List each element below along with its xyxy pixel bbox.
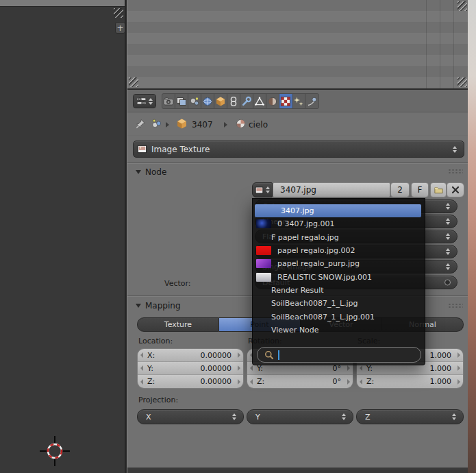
- location-label: Location:: [138, 337, 173, 345]
- users-count-button[interactable]: 2: [390, 182, 410, 197]
- grid-line: [426, 0, 427, 88]
- location-x-field[interactable]: X:0.00000: [138, 349, 243, 362]
- separator: [127, 162, 468, 164]
- resize-grip[interactable]: [458, 1, 467, 11]
- image-thumbnail: [256, 273, 271, 282]
- pin-icon[interactable]: [135, 118, 147, 130]
- projection-label: Projection:: [138, 396, 178, 404]
- unlink-image-button[interactable]: [447, 182, 464, 197]
- node-panel-header[interactable]: Node: [136, 167, 166, 178]
- segment-texture[interactable]: Texture: [137, 317, 219, 332]
- render-icon: [163, 96, 174, 107]
- tab-render[interactable]: [162, 94, 175, 108]
- list-item[interactable]: 0 3407.jpg.001: [255, 217, 421, 230]
- channels-editor[interactable]: [127, 0, 468, 90]
- projection-z-select[interactable]: Z: [356, 409, 464, 424]
- properties-editor-icon: [136, 96, 147, 106]
- list-item[interactable]: Render Result: [255, 284, 421, 297]
- tab-modifiers[interactable]: [240, 94, 253, 108]
- projection-x-select[interactable]: X: [137, 409, 244, 424]
- projection-y-select[interactable]: Y: [247, 409, 353, 424]
- select-arrows-icon: [446, 248, 450, 255]
- vector-label: Vector:: [164, 279, 191, 288]
- texture-sphere-icon: [235, 118, 247, 130]
- tab-object-data[interactable]: [253, 94, 266, 108]
- collapse-triangle-icon: [136, 170, 141, 174]
- list-item-selected[interactable]: 3407.jpg: [255, 204, 421, 217]
- image-name-field[interactable]: 3407.jpg: [273, 182, 390, 197]
- list-item[interactable]: SoilBeach0087_1_L.jpg: [255, 297, 421, 310]
- breadcrumb-arrow-icon: [224, 122, 227, 128]
- separator: [127, 136, 468, 137]
- modifiers-wrench-icon: [241, 96, 252, 107]
- mapping-panel-header[interactable]: Mapping: [136, 300, 181, 311]
- resize-grip[interactable]: [129, 77, 138, 87]
- location-fields: X:0.00000 Y:0.00000 Z:0.00000: [137, 348, 244, 389]
- tab-scene[interactable]: [188, 94, 201, 108]
- editor-bottom-strip: [127, 468, 468, 473]
- list-item[interactable]: F papel regalo.jpg: [255, 231, 421, 244]
- panel-drag-grip[interactable]: [448, 303, 463, 308]
- list-item[interactable]: papel regalo_purp.jpg: [255, 257, 421, 270]
- node-socket-icon: [444, 280, 451, 286]
- editor-type-arrows: [149, 98, 153, 105]
- resize-grip[interactable]: [114, 8, 123, 18]
- expand-region-button[interactable]: +: [115, 22, 125, 34]
- node-tree-icon: [151, 118, 162, 130]
- select-arrows-icon: [342, 413, 346, 420]
- object-cube-icon: [176, 118, 188, 130]
- list-item[interactable]: SoilBeach0087_1_L.jpg.001: [255, 310, 421, 323]
- breadcrumb-object-name: 3407: [192, 120, 213, 130]
- location-y-field[interactable]: Y:0.00000: [138, 362, 243, 375]
- select-arrows-icon: [446, 203, 450, 210]
- image-select-popup: 3407.jpg 0 3407.jpg.001 F papel regalo.j…: [252, 198, 425, 365]
- viewport-editor[interactable]: +: [0, 0, 125, 473]
- tab-material[interactable]: [266, 94, 279, 108]
- projection-x-value: X: [146, 413, 151, 422]
- open-image-button[interactable]: [430, 182, 447, 197]
- image-thumbnail: [256, 246, 271, 255]
- text-cursor: [278, 350, 279, 360]
- editor-type-button[interactable]: [133, 94, 156, 108]
- fake-user-button[interactable]: F: [411, 182, 429, 197]
- world-icon: [202, 96, 213, 107]
- grid-line: [453, 0, 454, 88]
- blender-window: +: [0, 0, 476, 473]
- breadcrumb: 3407 cielo: [127, 114, 468, 135]
- viewport-header-strip: [0, 0, 125, 7]
- location-z-field[interactable]: Z:0.00000: [138, 375, 243, 388]
- image-list: 3407.jpg 0 3407.jpg.001 F papel regalo.j…: [253, 204, 425, 337]
- resize-grip[interactable]: [458, 77, 467, 87]
- particles-icon: [293, 96, 304, 107]
- texture-type-select[interactable]: Image Texture: [133, 141, 464, 158]
- tab-constraints[interactable]: [227, 94, 240, 108]
- background-image-strip: [468, 0, 476, 473]
- collapse-triangle-icon: [136, 304, 141, 308]
- panel-drag-grip[interactable]: [448, 169, 463, 174]
- rotation-z-field[interactable]: Z:0°: [247, 375, 353, 388]
- breadcrumb-arrow-icon: [166, 122, 169, 128]
- select-arrows-icon: [452, 413, 456, 420]
- search-input[interactable]: [257, 347, 421, 363]
- render-layers-icon: [176, 96, 187, 107]
- properties-tabs: [162, 93, 319, 109]
- tab-render-layers[interactable]: [175, 94, 188, 108]
- tab-particles[interactable]: [292, 94, 305, 108]
- image-browse-button[interactable]: [252, 182, 273, 197]
- select-arrows-icon: [446, 263, 450, 270]
- material-icon: [267, 96, 278, 107]
- select-arrows-icon: [232, 413, 236, 420]
- tab-texture[interactable]: [279, 94, 292, 108]
- tab-world[interactable]: [201, 94, 214, 108]
- object-data-icon: [254, 96, 265, 107]
- image-thumbnail: [256, 219, 271, 228]
- list-item[interactable]: REALISTIC SNOW.jpg.001: [255, 270, 421, 283]
- tab-physics[interactable]: [305, 94, 318, 108]
- list-item[interactable]: papel regalo.jpg.002: [255, 244, 421, 257]
- search-icon: [264, 350, 275, 361]
- list-item[interactable]: Viewer Node: [255, 324, 421, 337]
- scale-z-field[interactable]: Z:1.000: [357, 375, 463, 388]
- tab-object[interactable]: [214, 94, 227, 108]
- properties-header: [127, 90, 468, 112]
- 3d-cursor: [40, 436, 70, 466]
